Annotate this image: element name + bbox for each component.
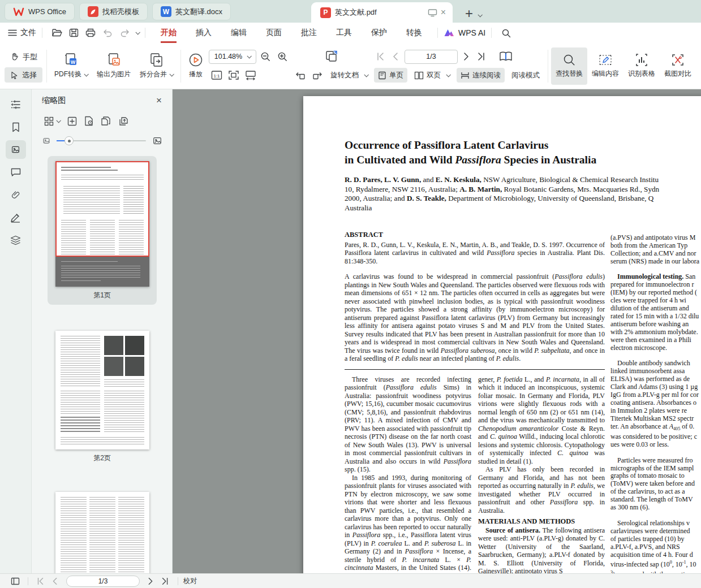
abstract-block: ABSTRACT Pares, R. D., Gunn, L. V., Kesk… [345,231,605,573]
search-icon[interactable] [498,26,513,40]
play-slideshow-button[interactable]: 播放 [184,47,208,85]
slider-handle[interactable] [64,136,74,145]
tab-label: 英文翻译.docx [175,7,222,17]
file-menu-button[interactable]: 文件 [8,28,36,38]
page-number-input[interactable]: 1/3 [66,576,140,587]
abstract-citation: Pares, R. D., Gunn, L. V., Keskula, E. N… [345,241,605,266]
read-mode-button[interactable]: 阅读模式 [508,68,544,83]
prev-page-button[interactable] [48,576,63,587]
tab-docer-templates[interactable]: 找稻壳模板 [79,3,148,20]
play-icon [188,53,203,67]
ribbon-toolbar: 手型 选择 W PDF转换 输出为图片 拆分合并 播放 101.48% 1:1 [0,43,701,89]
read-mode-icon[interactable] [498,49,514,64]
word-doc-icon: W [161,6,171,17]
rotate-right-button[interactable] [309,68,325,83]
split-merge-button[interactable]: 拆分合并 [135,47,178,85]
double-page-view-button[interactable]: 双页 [410,68,454,83]
thumbnail-smaller-icon[interactable] [42,137,51,145]
first-page-button[interactable] [33,576,48,587]
menu-tab-annotate[interactable]: 批注 [291,23,326,43]
extract-pages-button[interactable] [118,116,128,126]
print-button[interactable] [83,26,98,40]
chevron-down-icon [84,72,88,76]
zoom-out-button[interactable] [257,49,273,64]
prev-page-button[interactable] [389,49,403,64]
tab-list-chevron-icon[interactable] [478,12,483,17]
save-button[interactable] [66,26,81,40]
attachment-panel-tab[interactable] [6,185,26,204]
proofread-button[interactable]: 校对 [183,576,197,586]
zoom-level-select[interactable]: 101.48% [209,50,256,64]
new-tab-button[interactable]: + [465,8,473,19]
select-tool-button[interactable]: 选择 [5,67,42,83]
chevron-down-icon [446,72,450,77]
paper-title-line1: Occurrence of Passiflora Latent Carlavir… [345,138,548,153]
next-page-button[interactable] [143,576,158,587]
copy-pages-button[interactable] [101,116,111,126]
first-page-button[interactable] [374,49,388,64]
outline-panel-tab[interactable] [6,95,26,114]
tab-wps-home[interactable]: WPS Office [5,3,75,20]
thumbnail-page-1[interactable]: 第1页 [48,156,157,305]
table-recognition-button[interactable]: 识别表格 [623,47,660,85]
wps-ai-button[interactable]: WPS AI [444,28,485,37]
close-panel-icon[interactable]: × [156,95,162,106]
continuous-icon [461,71,470,80]
hand-icon [10,52,19,62]
tab-label: 找稻壳模板 [102,7,139,17]
screenshot-compare-button[interactable]: 截图对比 [660,47,696,85]
open-file-button[interactable] [49,26,64,40]
insert-page-button[interactable] [67,116,77,126]
zoom-in-button[interactable] [274,49,290,64]
last-page-button[interactable] [158,576,173,587]
single-page-view-button[interactable]: 单页 [374,68,407,83]
paragraph: (a.PVS) and antipotato virus M both from… [610,234,701,266]
tab-pdf-document-active[interactable]: P 英文文献.pdf × [311,2,453,23]
menu-tab-insert[interactable]: 插入 [186,23,221,43]
thumbnail-size-slider[interactable] [57,140,146,141]
menu-tab-edit[interactable]: 编辑 [221,23,256,43]
undo-button[interactable] [100,26,115,40]
fit-width-button[interactable] [243,68,259,83]
delete-page-button[interactable] [84,116,93,126]
menu-tab-convert[interactable]: 转换 [397,23,432,43]
rotate-document-button[interactable]: 旋转文档 [326,68,372,83]
edit-content-button[interactable]: 编辑内容 [587,47,623,85]
tab-docx-document[interactable]: W 英文翻译.docx [152,3,231,20]
bookmark-panel-tab[interactable] [6,118,26,136]
signature-panel-tab[interactable] [6,208,26,227]
menu-tab-tools[interactable]: 工具 [326,23,362,43]
export-as-image-button[interactable]: 输出为图片 [92,47,135,85]
enter-pc-mode-icon[interactable] [428,8,437,17]
svg-text:1:1: 1:1 [213,74,220,79]
layers-panel-tab[interactable] [6,231,26,249]
menu-tab-protect[interactable]: 保护 [362,23,397,43]
document-viewport[interactable]: Occurrence of Passiflora Latent Carlavir… [173,89,701,573]
thumbnail-layout-button[interactable] [44,116,60,126]
continuous-scroll-button[interactable]: 连续阅读 [457,68,505,83]
rotate-left-button[interactable] [293,68,308,83]
find-replace-button[interactable]: 查找替换 [551,47,587,85]
rotate-pages-button[interactable] [315,49,349,64]
tab-label: WPS Office [28,7,66,16]
next-page-button[interactable] [459,49,473,64]
comment-panel-tab[interactable] [6,163,26,181]
menu-tab-page[interactable]: 页面 [256,23,291,43]
pdf-convert-button[interactable]: W PDF转换 [50,47,92,85]
status-bar: 1/3 校对 [0,573,701,588]
actual-size-button[interactable]: 1:1 [209,68,225,83]
thumbnail-page-2[interactable]: 第2页 [48,331,157,468]
last-page-button[interactable] [475,49,488,64]
redo-button[interactable] [117,26,132,40]
thumbnail-panel-tab[interactable] [6,140,26,159]
hand-tool-button[interactable]: 手型 [5,49,42,64]
compress-button[interactable]: 压缩 [696,47,701,85]
quick-access-chevron-icon[interactable] [135,30,140,34]
thumbnail-larger-icon[interactable] [152,136,163,146]
fit-page-button[interactable] [226,68,242,83]
menu-tab-home[interactable]: 开始 [151,23,186,43]
toggle-sidebar-button[interactable] [8,576,23,587]
page-number-input[interactable]: 1/3 [405,50,458,64]
thumbnail-page-3[interactable] [48,492,157,573]
close-tab-icon[interactable]: × [441,7,446,18]
